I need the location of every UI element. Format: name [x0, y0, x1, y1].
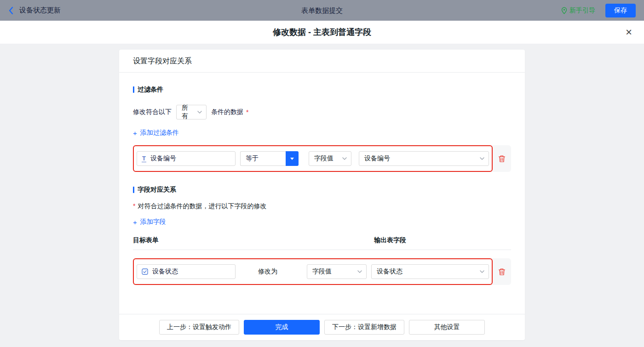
filter-section-title: 过滤条件 — [133, 85, 511, 94]
chevron-down-icon — [357, 270, 362, 273]
column-header-target-form: 目标表单 — [133, 236, 159, 244]
filter-scope-suffix: 条件的数据 — [211, 108, 243, 116]
filter-scope-value: 所有 — [182, 104, 194, 120]
filter-section-label: 过滤条件 — [138, 85, 163, 94]
mapping-section-label: 字段对应关系 — [138, 186, 176, 194]
add-field-label: 添加字段 — [140, 218, 166, 226]
mapping-description: * 对符合过滤条件的数据，进行以下字段的修改 — [133, 202, 511, 210]
next-step-button[interactable]: 下一步：设置新增数据 — [324, 320, 404, 335]
chevron-down-icon — [480, 157, 484, 160]
required-mark: * — [133, 202, 135, 210]
settings-card: 设置字段对应关系 过滤条件 修改符合以下 所有 条件的数据 * + 添加过滤条件 — [119, 50, 525, 340]
topbar: 设备状态更新 表单数据提交 新手引导 保存 — [0, 0, 644, 21]
column-header-output-field: 输出表字段 — [374, 236, 406, 245]
operator-select[interactable]: 等于 — [240, 151, 299, 166]
operator-value: 等于 — [240, 151, 286, 166]
dialog-header: 修改数据 - 主表到普通字段 × — [0, 21, 644, 44]
add-filter-condition-label: 添加过滤条件 — [140, 129, 179, 137]
page-title: 表单数据提交 — [301, 0, 343, 21]
filter-value-text: 设备编号 — [364, 154, 390, 163]
select-field-icon — [142, 268, 148, 275]
required-mark: * — [246, 108, 248, 116]
mapping-value-type-value: 字段值 — [312, 267, 332, 276]
section-accent-bar — [133, 187, 134, 193]
filter-scope-select[interactable]: 所有 — [176, 105, 207, 119]
dialog-content: 设置字段对应关系 过滤条件 修改符合以下 所有 条件的数据 * + 添加过滤条件 — [0, 44, 644, 347]
mapping-value-text: 设备状态 — [377, 267, 402, 276]
chevron-left-icon — [8, 6, 14, 15]
mapping-section-title: 字段对应关系 — [133, 186, 511, 194]
filter-field-input[interactable]: T 设备编号 — [137, 151, 236, 166]
value-type-value: 字段值 — [314, 154, 334, 163]
mapping-value-select[interactable]: 设备状态 — [371, 264, 489, 279]
card-body: 过滤条件 修改符合以下 所有 条件的数据 * + 添加过滤条件 T — [119, 73, 525, 314]
target-field-value: 设备状态 — [152, 267, 178, 276]
dialog-title: 修改数据 - 主表到普通字段 — [273, 27, 371, 38]
mapping-table-headers: 目标表单 输出表字段 — [133, 236, 511, 250]
add-filter-condition-link[interactable]: + 添加过滤条件 — [133, 129, 179, 137]
mapping-value-type-select[interactable]: 字段值 — [307, 264, 367, 279]
card-footer: 上一步：设置触发动作 完成 下一步：设置新增数据 其他设置 — [119, 314, 525, 340]
flow-title: 设备状态更新 — [19, 6, 61, 15]
add-field-link[interactable]: + 添加字段 — [133, 218, 166, 226]
prev-step-button[interactable]: 上一步：设置触发动作 — [159, 320, 239, 335]
save-button[interactable]: 保存 — [605, 4, 636, 17]
done-button[interactable]: 完成 — [244, 320, 320, 335]
location-pin-icon — [561, 7, 567, 14]
plus-icon: + — [133, 219, 137, 226]
delete-filter-row-button[interactable] — [493, 155, 511, 163]
section-accent-bar — [133, 86, 134, 93]
chevron-down-icon — [197, 111, 202, 114]
delete-mapping-row-button[interactable] — [493, 268, 511, 276]
mapping-row-highlight-box: 设备状态 修改为 字段值 设备状态 — [133, 258, 493, 285]
target-field-input[interactable]: 设备状态 — [137, 264, 236, 279]
operator-caret-button[interactable] — [286, 151, 299, 166]
beginner-guide-link[interactable]: 新手引导 — [561, 6, 595, 15]
close-icon[interactable]: × — [626, 27, 632, 38]
filter-value-select[interactable]: 设备编号 — [359, 151, 489, 166]
filter-field-value: 设备编号 — [150, 154, 176, 163]
caret-down-icon — [290, 158, 294, 162]
text-field-icon: T — [142, 155, 146, 162]
chevron-down-icon — [480, 270, 484, 273]
plus-icon: + — [133, 130, 137, 137]
filter-condition-row: T 设备编号 等于 字段值 设备编号 — [133, 145, 511, 172]
mapping-row: 设备状态 修改为 字段值 设备状态 — [133, 258, 511, 285]
trash-icon — [498, 155, 506, 163]
chevron-down-icon — [342, 157, 347, 160]
filter-scope-line: 修改符合以下 所有 条件的数据 * — [133, 105, 511, 119]
back-button[interactable] — [8, 6, 14, 15]
card-header-title: 设置字段对应关系 — [119, 50, 525, 73]
modify-to-label: 修改为 — [258, 267, 277, 276]
trash-icon — [498, 268, 506, 276]
mapping-description-text: 对符合过滤条件的数据，进行以下字段的修改 — [138, 202, 266, 210]
beginner-guide-label: 新手引导 — [569, 6, 595, 15]
filter-row-highlight-box: T 设备编号 等于 字段值 设备编号 — [133, 145, 493, 172]
other-settings-button[interactable]: 其他设置 — [409, 320, 485, 335]
value-type-select[interactable]: 字段值 — [309, 151, 351, 166]
filter-scope-prefix: 修改符合以下 — [133, 108, 172, 116]
